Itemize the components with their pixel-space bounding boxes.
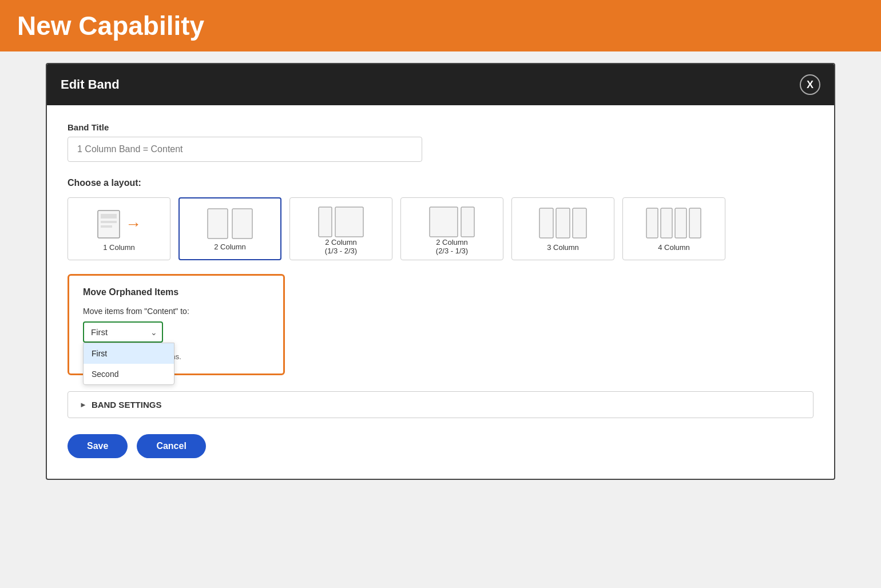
dropdown-item-first[interactable]: First [84, 343, 174, 364]
modal-body: Band Title Choose a layout: → [47, 105, 834, 479]
layout-option-1col[interactable]: → 1 Column [68, 197, 170, 260]
layout-label-2col-1-3-2-3: 2 Column(1/3 - 2/3) [325, 238, 357, 255]
layout-label-2col-2-3-1-3: 2 Column(2/3 - 1/3) [436, 238, 468, 255]
dropdown-item-second[interactable]: Second [84, 364, 174, 384]
svg-rect-7 [335, 207, 363, 237]
svg-rect-9 [461, 207, 474, 237]
svg-rect-12 [573, 208, 586, 238]
layout-section-label: Choose a layout: [68, 178, 813, 188]
layout-icon-2col-1-3-2-3 [318, 206, 364, 238]
orphaned-items-box: Move Orphaned Items Move items from "Con… [68, 274, 285, 375]
page-title: New Capability [17, 10, 204, 41]
band-title-input[interactable] [68, 137, 422, 162]
layout-label-1col: 1 Column [103, 243, 135, 252]
3col-svg [538, 207, 588, 239]
layout-icon-2col [207, 206, 253, 240]
svg-rect-14 [661, 208, 672, 238]
modal-container: Edit Band X Band Title Choose a layout: [46, 63, 835, 480]
close-button[interactable]: X [800, 74, 820, 95]
layout-option-4col[interactable]: 4 Column [622, 197, 725, 260]
band-title-label: Band Title [68, 122, 813, 132]
orphaned-move-label: Move items from "Content" to: [83, 307, 269, 316]
orphaned-dropdown[interactable]: First [83, 321, 163, 343]
cancel-button[interactable]: Cancel [137, 434, 205, 458]
2col-svg [207, 208, 253, 240]
orphaned-title: Move Orphaned Items [83, 287, 269, 297]
band-settings-label: BAND SETTINGS [92, 400, 162, 410]
layout-icon-2col-2-3-1-3 [428, 206, 475, 238]
svg-rect-5 [232, 209, 252, 239]
save-button[interactable]: Save [68, 434, 128, 458]
svg-rect-10 [539, 208, 553, 238]
band-settings-section: ► BAND SETTINGS [68, 391, 813, 418]
dropdown-value: First [91, 327, 108, 337]
layout-option-2col[interactable]: 2 Column [178, 197, 281, 260]
svg-rect-11 [556, 208, 570, 238]
svg-rect-16 [689, 208, 701, 238]
band-title-field: Band Title [68, 122, 813, 162]
layout-option-2col-1-3-2-3[interactable]: 2 Column(1/3 - 2/3) [289, 197, 392, 260]
modal-header: Edit Band X [47, 64, 834, 105]
layout-icon-4col [645, 206, 703, 239]
svg-rect-6 [319, 207, 332, 237]
svg-rect-8 [430, 207, 458, 237]
layout-option-2col-2-3-1-3[interactable]: 2 Column(2/3 - 1/3) [400, 197, 503, 260]
1col-svg [97, 209, 121, 239]
4col-svg [645, 207, 703, 239]
layout-label-3col: 3 Column [547, 243, 579, 252]
svg-rect-4 [208, 209, 228, 239]
orphaned-dropdown-wrapper: First ⌄ First Second [83, 321, 163, 343]
layout-option-3col[interactable]: 3 Column [511, 197, 614, 260]
svg-rect-3 [101, 225, 112, 228]
layout-label-2col: 2 Column [214, 243, 246, 251]
arrow-icon: → [125, 215, 141, 233]
layout-icon-3col [538, 206, 588, 239]
svg-rect-1 [101, 214, 117, 218]
2col-2-3-svg [428, 206, 475, 238]
svg-rect-13 [646, 208, 658, 238]
svg-rect-15 [675, 208, 686, 238]
top-header: New Capability [0, 0, 881, 51]
layout-label-4col: 4 Column [658, 243, 690, 252]
band-settings-header[interactable]: ► BAND SETTINGS [68, 392, 813, 418]
orphaned-dropdown-open: First Second [83, 343, 174, 385]
layout-icon-1col: → [97, 206, 141, 239]
2col-1-3-svg [318, 206, 364, 238]
chevron-right-icon: ► [80, 400, 87, 409]
svg-rect-2 [101, 221, 117, 223]
layout-options: → 1 Column 2 Column [68, 197, 813, 260]
action-buttons: Save Cancel [68, 434, 813, 458]
modal-title: Edit Band [61, 77, 120, 92]
